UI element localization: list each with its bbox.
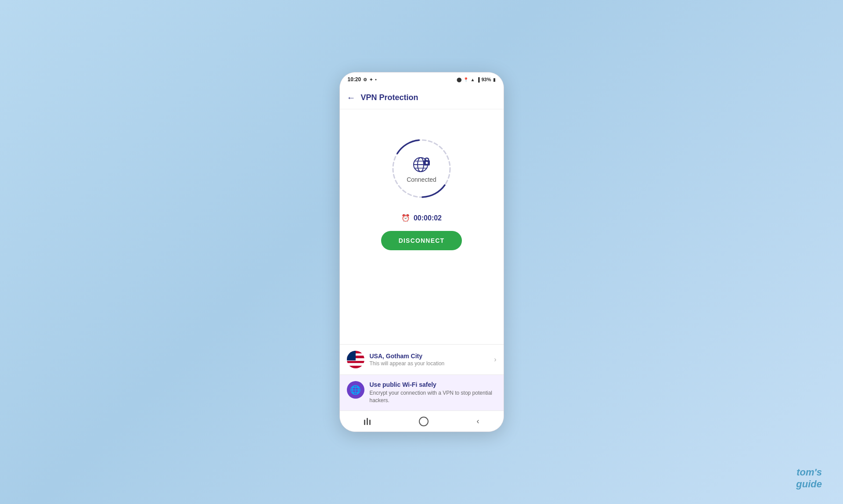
watermark-line2: guide xyxy=(796,479,822,490)
location-chevron-icon: › xyxy=(494,356,496,364)
battery-icon: ▮ xyxy=(493,77,496,82)
page-title: VPN Protection xyxy=(361,93,418,102)
bottom-nav: ‹ xyxy=(340,410,504,432)
timer-row: ⏰ 00:00:02 xyxy=(401,214,442,222)
main-content: Connected ⏰ 00:00:02 DISCONNECT xyxy=(340,109,504,344)
nav-recent-button[interactable] xyxy=(355,415,379,428)
star-icon: ✦ xyxy=(369,77,373,82)
location-name: USA, Gotham City xyxy=(370,353,489,360)
wifi-signal-icon: ▲ xyxy=(470,77,475,82)
vpn-key-icon: ⬤ xyxy=(457,77,461,82)
wifi-safety-card: 🌐 Use public Wi-Fi safely Encrypt your c… xyxy=(340,375,504,410)
bottom-cards: USA, Gotham City This will appear as you… xyxy=(340,344,504,410)
status-time: 10:20 xyxy=(348,76,361,83)
globe-lock-icon xyxy=(411,154,432,173)
watermark-line1: tom's xyxy=(796,467,822,478)
status-bar-right: ⬤ 📍 ▲ ▐ 93% ▮ xyxy=(457,77,495,82)
dot-icon: • xyxy=(375,77,377,82)
toms-guide-watermark: tom's guide xyxy=(796,467,822,490)
back-arrow-icon: ← xyxy=(347,93,356,103)
location-icon: 📍 xyxy=(463,77,468,82)
timer-icon: ⏰ xyxy=(401,214,410,222)
location-card[interactable]: USA, Gotham City This will appear as you… xyxy=(340,345,504,374)
wifi-title: Use public Wi-Fi safely xyxy=(370,381,497,388)
connection-timer: 00:00:02 xyxy=(414,214,442,222)
connected-status-label: Connected xyxy=(407,176,436,183)
vpn-circle: Connected xyxy=(389,136,454,202)
battery-percent: 93% xyxy=(481,77,491,82)
wifi-description: Encrypt your connection with a VPN to st… xyxy=(370,389,497,404)
app-header: ← VPN Protection xyxy=(340,86,504,109)
nav-back-button[interactable]: ‹ xyxy=(468,414,488,428)
location-info: USA, Gotham City This will appear as you… xyxy=(370,353,489,367)
recent-apps-icon xyxy=(364,418,371,425)
usa-flag-icon xyxy=(347,351,364,368)
settings-icon: ⚙ xyxy=(363,77,367,82)
location-subtitle: This will appear as your location xyxy=(370,360,489,367)
wifi-globe-icon: 🌐 xyxy=(350,385,361,395)
phone-frame: 10:20 ⚙ ✦ • ⬤ 📍 ▲ ▐ 93% ▮ ← VPN Protecti… xyxy=(339,72,504,432)
back-nav-icon: ‹ xyxy=(477,417,479,426)
nav-home-button[interactable] xyxy=(410,414,437,429)
signal-bars-icon: ▐ xyxy=(476,77,479,82)
circle-inner: Connected xyxy=(407,154,436,183)
wifi-info: Use public Wi-Fi safely Encrypt your con… xyxy=(370,381,497,404)
back-button[interactable]: ← xyxy=(347,93,356,103)
wifi-globe-wrap: 🌐 xyxy=(347,381,364,399)
disconnect-button[interactable]: DISCONNECT xyxy=(381,231,462,250)
status-bar-left: 10:20 ⚙ ✦ • xyxy=(348,76,377,83)
home-icon xyxy=(419,417,429,426)
svg-point-9 xyxy=(426,162,428,164)
vpn-status-circle: Connected xyxy=(389,136,454,202)
status-bar: 10:20 ⚙ ✦ • ⬤ 📍 ▲ ▐ 93% ▮ xyxy=(340,72,504,86)
